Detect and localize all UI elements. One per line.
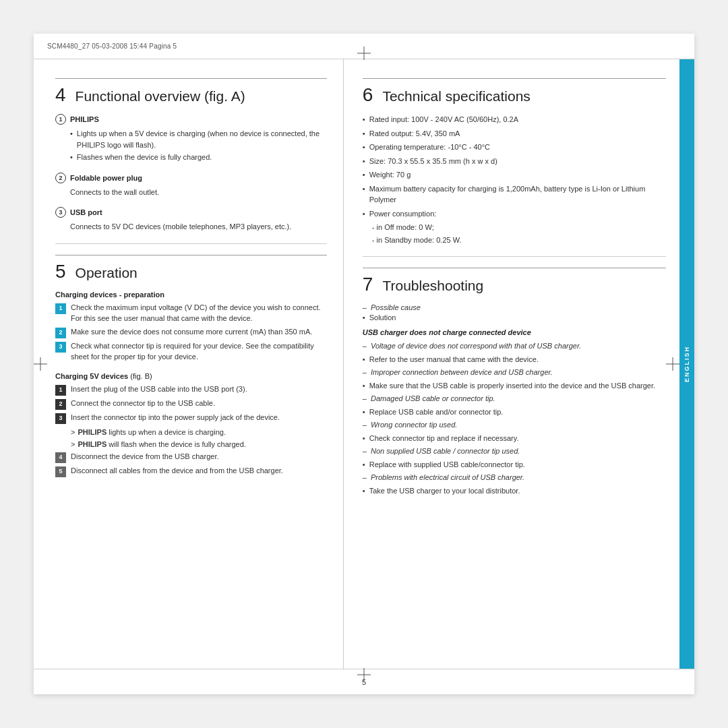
spec-4: Size: 70.3 x 55.5 x 35.5 mm (h x w x d) <box>363 156 666 167</box>
power-standby: - in Standby mode: 0.25 W. <box>372 235 666 246</box>
prep-badge-1: 1 <box>55 303 66 314</box>
ti-dash-5: – Non supplied USB cable / connector tip… <box>363 446 666 457</box>
arrow-2: > PHILIPS will flash when the device is … <box>71 439 327 450</box>
charging-5v-title: Charging 5V devices (fig. B) <box>55 372 327 380</box>
section5-title: Operation <box>75 264 138 281</box>
bottom-bar: 5 <box>34 669 694 694</box>
spec-7: Power consumption: <box>363 208 666 220</box>
legend-solution: Solution <box>363 313 666 322</box>
content-area: 4 Functional overview (fig. A) 1 PHILIPS… <box>34 59 679 669</box>
section6-number: 6 <box>363 86 373 104</box>
prep-item-3: 3 Check what connector tip is required f… <box>55 341 327 363</box>
section7-number: 7 <box>363 275 373 294</box>
ti-bullet-4: Check connector tip and replace if neces… <box>363 433 666 444</box>
ti-dash-4: – Wrong connector tip used. <box>363 419 666 431</box>
section6-title: Technical specifications <box>382 88 530 104</box>
circle-2: 2 <box>55 173 66 183</box>
ti-dash-2: – Improper connection between device and… <box>363 367 666 378</box>
problem-title-1: USB charger does not charge connected de… <box>363 328 666 336</box>
spec-3: Operating temperature: -10°C - 40°C <box>363 142 666 153</box>
philips-bullet-1: Lights up when a 5V device is charging (… <box>70 128 327 150</box>
fivev-badge-1: 1 <box>55 385 66 396</box>
section7-header: 7 Troubleshooting <box>363 268 666 294</box>
page-container: SCM4480_27 05-03-2008 15:44 Pagina 5 ENG… <box>34 34 694 694</box>
left-column: 4 Functional overview (fig. A) 1 PHILIPS… <box>34 59 344 669</box>
philips-label: PHILIPS <box>70 115 99 123</box>
power-off: - in Off mode: 0 W; <box>372 222 666 233</box>
fivev-item-3: 3 Insert the connector tip into the powe… <box>55 413 327 424</box>
prep-badge-3: 3 <box>55 342 66 353</box>
spec-6: Maximum battery capacity for charging is… <box>363 183 666 206</box>
section5-header: 5 Operation <box>55 255 327 281</box>
section4-title: Functional overview (fig. A) <box>75 88 245 104</box>
section4-header: 4 Functional overview (fig. A) <box>55 78 327 104</box>
crosshair-bottom-icon <box>357 668 371 681</box>
circle-1: 1 <box>55 114 66 125</box>
legend-possible-cause: – Possible cause <box>363 303 666 311</box>
spec-2: Rated output: 5.4V, 350 mA <box>363 128 666 140</box>
usb-label: USB port <box>70 208 102 216</box>
circle-3: 3 <box>55 207 66 218</box>
foldable-label: Foldable power plug <box>70 174 142 182</box>
subsection-philips-header: 1 PHILIPS <box>55 114 327 125</box>
ti-bullet-3: Replace USB cable and/or connector tip. <box>363 406 666 418</box>
subsection-usb: 3 USB port Connects to 5V DC devices (mo… <box>55 207 327 233</box>
fivev-badge-2: 2 <box>55 399 66 410</box>
fivev-item-5: 5 Disconnect all cables from the device … <box>55 466 327 477</box>
section7-title: Troubleshooting <box>382 277 483 294</box>
ti-bullet-6: Take the USB charger to your local distr… <box>363 485 666 497</box>
section6-header: 6 Technical specifications <box>363 78 666 104</box>
crosshair-top-icon <box>357 47 371 60</box>
arrow-1: > PHILIPS lights up when a device is cha… <box>71 427 327 438</box>
fivev-item-2: 2 Connect the connector tip to the USB c… <box>55 398 327 410</box>
fivev-item-4: 4 Disconnect the device from the USB cha… <box>55 452 327 463</box>
ti-dash-3: – Damaged USB cable or connector tip. <box>363 393 666 404</box>
philips-bullet-2: Flashes when the device is fully charged… <box>70 152 327 163</box>
trouble-legend: – Possible cause Solution <box>363 303 666 322</box>
ti-bullet-5: Replace with supplied USB cable/connecto… <box>363 459 666 471</box>
ti-dash-6: – Problems with electrical circuit of US… <box>363 472 666 483</box>
fivev-badge-4: 4 <box>55 452 66 463</box>
section4-number: 4 <box>55 86 66 104</box>
trouble-items-1: – Voltage of device does not correspond … <box>363 340 666 496</box>
prep-badge-2: 2 <box>55 328 66 338</box>
power-indent: - in Off mode: 0 W; - in Standby mode: 0… <box>363 222 666 245</box>
ti-bullet-2: Make sure that the USB cable is properly… <box>363 380 666 392</box>
prep-item-2: 2 Make sure the device does not consume … <box>55 327 327 338</box>
subsection-usb-header: 3 USB port <box>55 207 327 218</box>
section5-number: 5 <box>55 262 66 281</box>
spec-1: Rated input: 100V - 240V AC (50/60Hz), 0… <box>363 114 666 125</box>
side-bar-label: ENGLISH <box>684 346 690 382</box>
side-bar: ENGLISH <box>679 59 694 669</box>
fivev-badge-5: 5 <box>55 466 66 477</box>
charging-prep-section: Charging devices - preparation 1 Check t… <box>55 291 327 363</box>
header-meta: SCM4480_27 05-03-2008 15:44 Pagina 5 <box>47 42 177 50</box>
ti-bullet-1: Refer to the user manual that came with … <box>363 354 666 365</box>
charging-prep-title: Charging devices - preparation <box>55 291 327 299</box>
header-bar: SCM4480_27 05-03-2008 15:44 Pagina 5 <box>34 34 694 59</box>
prep-item-1: 1 Check the maximum input voltage (V DC)… <box>55 303 327 324</box>
ti-dash-1: – Voltage of device does not correspond … <box>363 340 666 352</box>
fivev-arrows: > PHILIPS lights up when a device is cha… <box>55 427 327 450</box>
charging-5v-section: Charging 5V devices (fig. B) 1 Insert th… <box>55 372 327 477</box>
specs-list: Rated input: 100V - 240V AC (50/60Hz), 0… <box>363 114 666 219</box>
usb-body: Connects to 5V DC devices (mobile teleph… <box>55 221 327 233</box>
philips-body: Lights up when a 5V device is charging (… <box>55 128 327 163</box>
spec-5: Weight: 70 g <box>363 169 666 181</box>
right-column: 6 Technical specifications Rated input: … <box>344 59 679 669</box>
subsection-philips: 1 PHILIPS Lights up when a 5V device is … <box>55 114 327 163</box>
foldable-body: Connects to the wall outlet. <box>55 187 327 198</box>
fivev-item-1: 1 Insert the plug of the USB cable into … <box>55 384 327 396</box>
fivev-badge-3: 3 <box>55 413 66 424</box>
subsection-foldable-header: 2 Foldable power plug <box>55 173 327 183</box>
subsection-foldable: 2 Foldable power plug Connects to the wa… <box>55 173 327 198</box>
